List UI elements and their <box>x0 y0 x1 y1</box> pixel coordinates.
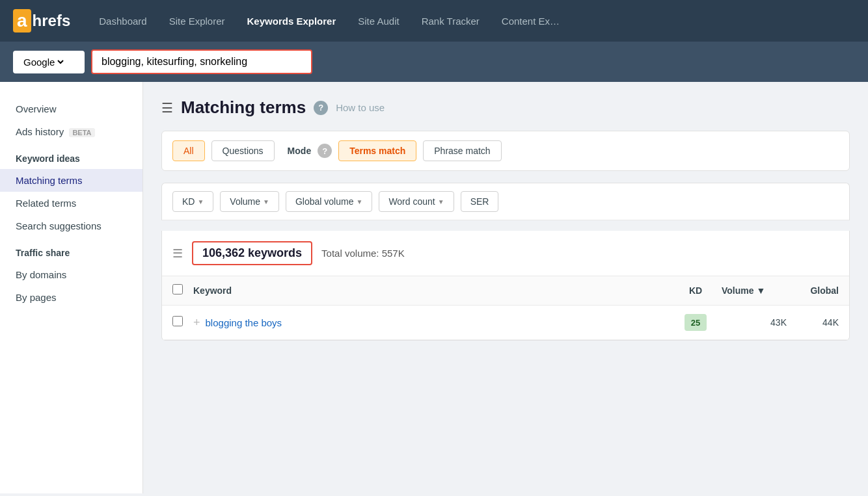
keyword-ideas-title: Keyword ideas <box>0 143 142 169</box>
th-keyword: Keyword <box>193 285 670 296</box>
page-header: ☰ Matching terms ? How to use <box>161 98 850 118</box>
volume-dropdown-arrow: ▼ <box>263 198 269 205</box>
mode-terms-match-btn[interactable]: Terms match <box>338 140 416 161</box>
nav-dashboard[interactable]: Dashboard <box>90 10 156 32</box>
nav-rank-tracker[interactable]: Rank Tracker <box>413 10 489 32</box>
search-input[interactable] <box>102 56 302 68</box>
row-checkbox[interactable] <box>172 316 183 326</box>
col-filter-kd-label: KD <box>182 196 195 207</box>
select-all-checkbox[interactable] <box>172 284 183 294</box>
col-filter-wordcount-label: Word count <box>388 196 435 207</box>
kd-dropdown-arrow: ▼ <box>197 198 204 205</box>
col-filter-global-volume[interactable]: Global volume ▼ <box>286 191 372 212</box>
row-add-icon[interactable]: + <box>193 316 200 330</box>
sidebar-item-by-domains[interactable]: By domains <box>0 263 142 286</box>
sidebar-item-by-pages[interactable]: By pages <box>0 286 142 309</box>
filter-row: All Questions Mode ? Terms match Phrase … <box>161 131 850 171</box>
sidebar-item-ads-history-label: Ads history <box>16 126 64 137</box>
mode-phrase-match-btn[interactable]: Phrase match <box>423 140 501 161</box>
col-filter-ser: SER <box>461 191 499 212</box>
row-volume: 43K <box>722 317 787 328</box>
col-filter-kd[interactable]: KD ▼ <box>172 191 213 212</box>
search-bar: Google <box>0 42 868 82</box>
page-title: Matching terms <box>181 98 306 118</box>
results-summary: ☰ 106,362 keywords Total volume: 557K <box>162 231 849 276</box>
col-filter-volume-label: Volume <box>230 196 260 207</box>
nav-site-audit[interactable]: Site Audit <box>349 10 408 32</box>
nav-links: Dashboard Site Explorer Keywords Explore… <box>90 10 569 32</box>
mode-label: Mode <box>288 146 312 156</box>
col-filters: KD ▼ Volume ▼ Global volume ▼ Word count… <box>161 183 850 220</box>
search-input-wrapper <box>91 49 312 74</box>
results-area: ☰ 106,362 keywords Total volume: 557K Ke… <box>161 231 850 341</box>
col-filter-volume[interactable]: Volume ▼ <box>220 191 279 212</box>
wordcount-dropdown-arrow: ▼ <box>438 198 444 205</box>
th-global: Global <box>787 285 839 296</box>
filter-questions-btn[interactable]: Questions <box>211 140 275 161</box>
sidebar: Overview Ads history BETA Keyword ideas … <box>0 82 143 493</box>
mode-help-icon[interactable]: ? <box>318 144 332 158</box>
row-keyword-link[interactable]: blogging the boys <box>206 317 670 328</box>
row-kd-cell: 25 <box>670 314 722 331</box>
engine-selector[interactable]: Google <box>13 51 85 73</box>
how-to-use-link[interactable]: How to use <box>336 102 385 113</box>
table-header: Keyword KD Volume ▼ Global <box>162 276 849 306</box>
filter-all-btn[interactable]: All <box>172 140 205 161</box>
global-dropdown-arrow: ▼ <box>356 198 362 205</box>
sidebar-item-ads-history[interactable]: Ads history BETA <box>0 120 142 143</box>
engine-dropdown[interactable]: Google <box>21 56 66 68</box>
help-icon[interactable]: ? <box>314 101 328 115</box>
th-kd: KD <box>670 285 722 296</box>
top-nav: a hrefs Dashboard Site Explorer Keywords… <box>0 0 868 42</box>
sort-icon[interactable]: ☰ <box>172 246 183 261</box>
total-volume: Total volume: 557K <box>321 248 405 259</box>
col-filter-global-label: Global volume <box>295 196 354 207</box>
keyword-count: 106,362 keywords <box>192 241 312 265</box>
ads-history-badge: BETA <box>69 128 94 137</box>
main-content: ☰ Matching terms ? How to use All Questi… <box>143 82 868 493</box>
main-layout: Overview Ads history BETA Keyword ideas … <box>0 82 868 493</box>
traffic-share-title: Traffic share <box>0 237 142 263</box>
col-filter-word-count[interactable]: Word count ▼ <box>379 191 454 212</box>
sidebar-item-overview[interactable]: Overview <box>0 98 142 120</box>
logo-a: a <box>13 9 31 33</box>
sidebar-item-search-suggestions[interactable]: Search suggestions <box>0 215 142 237</box>
row-global: 44K <box>787 317 839 328</box>
logo-hrefs: hrefs <box>33 12 71 30</box>
nav-site-explorer[interactable]: Site Explorer <box>160 10 234 32</box>
table-row: + blogging the boys 25 43K 44K <box>162 306 849 340</box>
hamburger-icon[interactable]: ☰ <box>161 100 173 116</box>
th-checkbox <box>172 284 193 297</box>
sidebar-item-matching-terms[interactable]: Matching terms <box>0 169 142 192</box>
th-volume: Volume ▼ <box>722 285 787 296</box>
logo: a hrefs <box>13 9 70 33</box>
col-filter-ser-label: SER <box>470 196 489 207</box>
kd-badge: 25 <box>685 314 707 331</box>
nav-keywords-explorer[interactable]: Keywords Explorer <box>238 10 346 32</box>
nav-content-explorer[interactable]: Content Ex… <box>493 10 569 32</box>
row-checkbox-wrapper <box>172 316 193 329</box>
sidebar-item-related-terms[interactable]: Related terms <box>0 192 142 215</box>
